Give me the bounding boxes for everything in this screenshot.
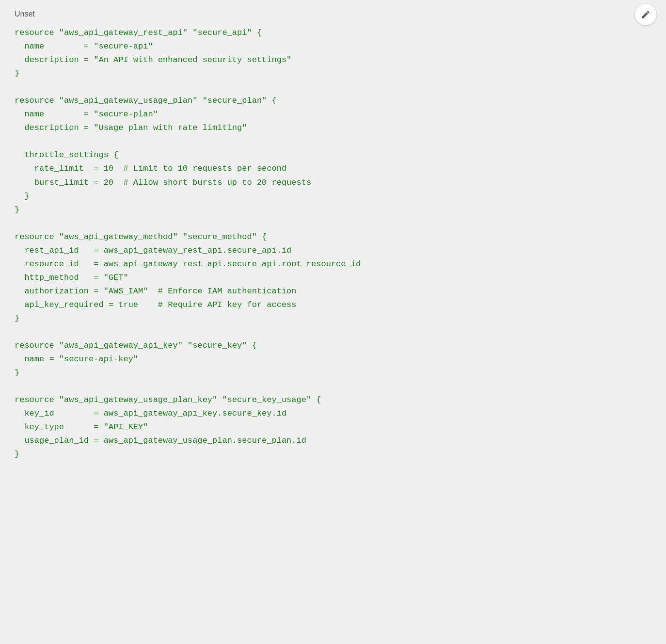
code-content: resource "aws_api_gateway_rest_api" "sec… [15, 26, 651, 462]
pencil-icon [641, 10, 650, 19]
edit-button[interactable] [635, 4, 656, 25]
unset-label: Unset [15, 10, 651, 18]
main-container: Unset resource "aws_api_gateway_rest_api… [0, 0, 666, 644]
